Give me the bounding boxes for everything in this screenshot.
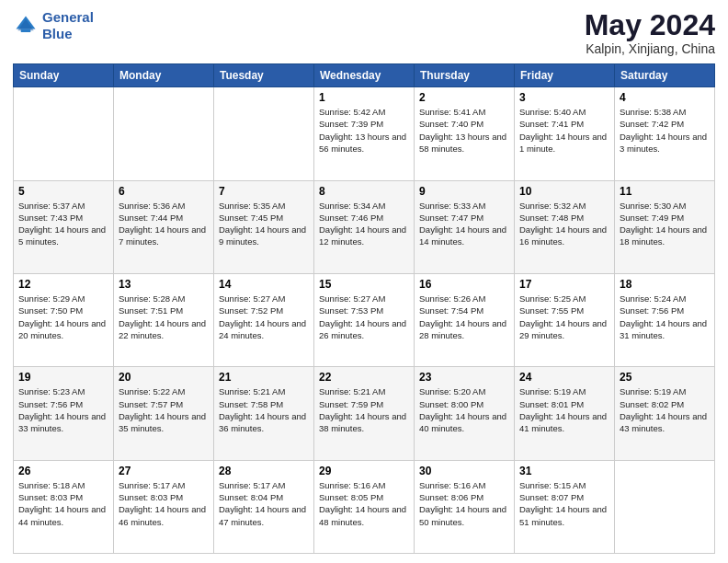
day-number: 31 [519, 465, 609, 477]
day-info: Sunrise: 5:27 AMSunset: 7:52 PMDaylight:… [219, 293, 309, 341]
day-info: Sunrise: 5:16 AMSunset: 8:05 PMDaylight:… [319, 479, 409, 528]
table-row: 24 Sunrise: 5:19 AMSunset: 8:01 PMDaylig… [515, 367, 615, 460]
table-row: 27 Sunrise: 5:17 AMSunset: 8:03 PMDaylig… [114, 460, 214, 553]
day-number: 17 [519, 278, 609, 291]
day-number: 20 [119, 371, 209, 384]
table-row: 26 Sunrise: 5:18 AMSunset: 8:03 PMDaylig… [14, 460, 114, 553]
day-number: 8 [319, 185, 409, 198]
day-info: Sunrise: 5:26 AMSunset: 7:54 PMDaylight:… [419, 293, 509, 341]
col-sunday: Sunday [14, 64, 114, 87]
day-info: Sunrise: 5:36 AMSunset: 7:44 PMDaylight:… [119, 200, 209, 248]
day-info: Sunrise: 5:23 AMSunset: 7:56 PMDaylight:… [18, 385, 108, 434]
calendar-week-row: 19 Sunrise: 5:23 AMSunset: 7:56 PMDaylig… [14, 367, 715, 460]
table-row: 8 Sunrise: 5:34 AMSunset: 7:46 PMDayligh… [314, 180, 415, 273]
logo-line1: General [42, 9, 94, 25]
day-number: 19 [18, 371, 108, 384]
table-row: 5 Sunrise: 5:37 AMSunset: 7:43 PMDayligh… [14, 180, 114, 273]
col-saturday: Saturday [615, 64, 715, 87]
table-row: 29 Sunrise: 5:16 AMSunset: 8:05 PMDaylig… [314, 460, 415, 553]
table-row: 1 Sunrise: 5:42 AMSunset: 7:39 PMDayligh… [314, 87, 415, 180]
day-info: Sunrise: 5:19 AMSunset: 8:01 PMDaylight:… [519, 385, 609, 434]
table-row: 16 Sunrise: 5:26 AMSunset: 7:54 PMDaylig… [415, 273, 515, 366]
day-info: Sunrise: 5:21 AMSunset: 7:59 PMDaylight:… [319, 385, 409, 434]
day-info: Sunrise: 5:18 AMSunset: 8:03 PMDaylight:… [18, 479, 108, 528]
table-row: 7 Sunrise: 5:35 AMSunset: 7:45 PMDayligh… [214, 180, 314, 273]
day-info: Sunrise: 5:17 AMSunset: 8:03 PMDaylight:… [119, 479, 209, 528]
table-row: 20 Sunrise: 5:22 AMSunset: 7:57 PMDaylig… [114, 367, 214, 460]
day-info: Sunrise: 5:37 AMSunset: 7:43 PMDaylight:… [18, 200, 108, 248]
table-row: 2 Sunrise: 5:41 AMSunset: 7:40 PMDayligh… [415, 87, 515, 180]
logo-text: General Blue [42, 9, 94, 42]
day-info: Sunrise: 5:28 AMSunset: 7:51 PMDaylight:… [119, 293, 209, 341]
logo: General Blue [13, 9, 94, 42]
day-info: Sunrise: 5:40 AMSunset: 7:41 PMDaylight:… [519, 106, 609, 155]
day-number: 12 [18, 278, 108, 291]
table-row [14, 87, 114, 180]
day-info: Sunrise: 5:17 AMSunset: 8:04 PMDaylight:… [219, 479, 309, 528]
page: General Blue May 2024 Kalpin, Xinjiang, … [0, 0, 728, 563]
table-row: 15 Sunrise: 5:27 AMSunset: 7:53 PMDaylig… [314, 273, 415, 366]
table-row: 3 Sunrise: 5:40 AMSunset: 7:41 PMDayligh… [515, 87, 615, 180]
subtitle: Kalpin, Xinjiang, China [585, 41, 715, 56]
day-info: Sunrise: 5:27 AMSunset: 7:53 PMDaylight:… [319, 293, 409, 341]
day-number: 1 [319, 91, 409, 104]
svg-rect-2 [21, 29, 31, 33]
col-wednesday: Wednesday [314, 64, 415, 87]
table-row: 18 Sunrise: 5:24 AMSunset: 7:56 PMDaylig… [615, 273, 715, 366]
day-number: 13 [119, 278, 209, 291]
table-row: 31 Sunrise: 5:15 AMSunset: 8:07 PMDaylig… [515, 460, 615, 553]
table-row [114, 87, 214, 180]
day-info: Sunrise: 5:38 AMSunset: 7:42 PMDaylight:… [620, 106, 710, 155]
day-number: 5 [18, 185, 108, 198]
day-number: 11 [620, 185, 710, 198]
table-row: 30 Sunrise: 5:16 AMSunset: 8:06 PMDaylig… [415, 460, 515, 553]
day-number: 29 [319, 465, 409, 477]
table-row: 9 Sunrise: 5:33 AMSunset: 7:47 PMDayligh… [415, 180, 515, 273]
day-info: Sunrise: 5:34 AMSunset: 7:46 PMDaylight:… [319, 200, 409, 248]
day-number: 27 [119, 465, 209, 477]
col-monday: Monday [114, 64, 214, 87]
day-number: 14 [219, 278, 309, 291]
day-number: 25 [620, 371, 710, 384]
table-row: 28 Sunrise: 5:17 AMSunset: 8:04 PMDaylig… [214, 460, 314, 553]
header: General Blue May 2024 Kalpin, Xinjiang, … [13, 9, 715, 56]
day-info: Sunrise: 5:33 AMSunset: 7:47 PMDaylight:… [419, 200, 509, 248]
day-number: 3 [519, 91, 609, 104]
table-row: 17 Sunrise: 5:25 AMSunset: 7:55 PMDaylig… [515, 273, 615, 366]
table-row: 12 Sunrise: 5:29 AMSunset: 7:50 PMDaylig… [14, 273, 114, 366]
day-number: 2 [419, 91, 509, 104]
day-number: 7 [219, 185, 309, 198]
day-number: 24 [519, 371, 609, 384]
main-title: May 2024 [585, 9, 715, 41]
logo-line2: Blue [42, 26, 73, 41]
day-number: 10 [519, 185, 609, 198]
table-row: 13 Sunrise: 5:28 AMSunset: 7:51 PMDaylig… [114, 273, 214, 366]
day-info: Sunrise: 5:29 AMSunset: 7:50 PMDaylight:… [18, 293, 108, 341]
day-number: 26 [18, 465, 108, 477]
day-number: 6 [119, 185, 209, 198]
table-row [615, 460, 715, 553]
calendar-week-row: 1 Sunrise: 5:42 AMSunset: 7:39 PMDayligh… [14, 87, 715, 180]
table-row [214, 87, 314, 180]
calendar-week-row: 26 Sunrise: 5:18 AMSunset: 8:03 PMDaylig… [14, 460, 715, 553]
table-row: 10 Sunrise: 5:32 AMSunset: 7:48 PMDaylig… [515, 180, 615, 273]
logo-icon [13, 13, 39, 39]
day-number: 15 [319, 278, 409, 291]
table-row: 6 Sunrise: 5:36 AMSunset: 7:44 PMDayligh… [114, 180, 214, 273]
calendar-week-row: 5 Sunrise: 5:37 AMSunset: 7:43 PMDayligh… [14, 180, 715, 273]
title-block: May 2024 Kalpin, Xinjiang, China [585, 9, 715, 56]
day-info: Sunrise: 5:16 AMSunset: 8:06 PMDaylight:… [419, 479, 509, 528]
day-info: Sunrise: 5:19 AMSunset: 8:02 PMDaylight:… [620, 385, 710, 434]
calendar-header-row: Sunday Monday Tuesday Wednesday Thursday… [14, 64, 715, 87]
table-row: 22 Sunrise: 5:21 AMSunset: 7:59 PMDaylig… [314, 367, 415, 460]
day-info: Sunrise: 5:42 AMSunset: 7:39 PMDaylight:… [319, 106, 409, 155]
day-info: Sunrise: 5:20 AMSunset: 8:00 PMDaylight:… [419, 385, 509, 434]
day-number: 28 [219, 465, 309, 477]
calendar-table: Sunday Monday Tuesday Wednesday Thursday… [13, 63, 715, 554]
table-row: 11 Sunrise: 5:30 AMSunset: 7:49 PMDaylig… [615, 180, 715, 273]
day-info: Sunrise: 5:25 AMSunset: 7:55 PMDaylight:… [519, 293, 609, 341]
day-number: 16 [419, 278, 509, 291]
col-thursday: Thursday [415, 64, 515, 87]
day-info: Sunrise: 5:24 AMSunset: 7:56 PMDaylight:… [620, 293, 710, 341]
col-friday: Friday [515, 64, 615, 87]
